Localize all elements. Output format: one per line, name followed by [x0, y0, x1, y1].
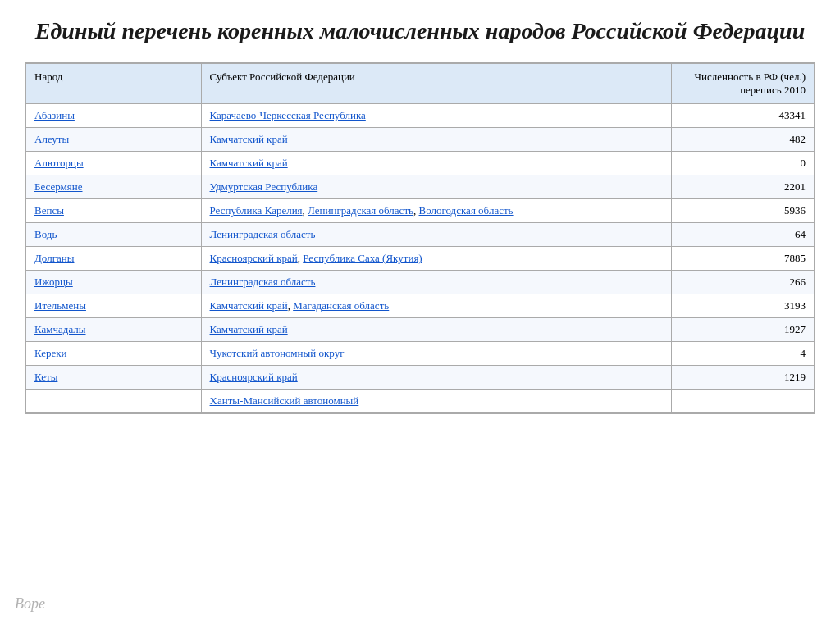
subject-link[interactable]: Камчатский край: [210, 157, 288, 169]
table-row: ИтельменыКамчатский край, Магаданская об…: [26, 294, 815, 318]
cell-chislennost: 7885: [672, 247, 815, 271]
table-row: АбазиныКарачаево-Черкесская Республика43…: [26, 104, 815, 128]
cell-narod: Бесермяне: [26, 175, 202, 199]
subject-link[interactable]: Чукотский автономный округ: [210, 347, 345, 359]
table-wrapper: Народ Субъект Российской Федерации Числе…: [25, 62, 815, 414]
subject-link[interactable]: Красноярский край: [210, 371, 298, 383]
cell-chislennost: 266: [672, 271, 815, 294]
subject-link[interactable]: Ленинградская область: [210, 228, 316, 240]
subject-link[interactable]: Камчатский край: [210, 323, 288, 335]
table-row: АлеутыКамчатский край482: [26, 128, 815, 152]
cell-subject: Камчатский край, Магаданская область: [201, 294, 672, 318]
cell-narod: Абазины: [26, 104, 202, 128]
cell-narod: Вепсы: [26, 199, 202, 223]
cell-chislennost: 0: [672, 152, 815, 175]
narod-link[interactable]: Камчадалы: [34, 323, 86, 335]
header-subject: Субъект Российской Федерации: [201, 64, 672, 104]
subject-link[interactable]: Камчатский край: [210, 133, 288, 145]
narod-link[interactable]: Вепсы: [34, 204, 64, 217]
header-chislennost: Численность в РФ (чел.) перепись 2010: [672, 64, 815, 104]
cell-subject: Красноярский край: [201, 366, 672, 390]
page-container: Единый перечень коренных малочисленных н…: [0, 0, 840, 629]
table-row: Ханты-Мансийский автономный: [26, 390, 815, 413]
table-row: ВепсыРеспублика Карелия, Ленинградская о…: [26, 199, 815, 223]
narod-link[interactable]: Кеты: [34, 371, 57, 383]
subject-link[interactable]: Красноярский край: [210, 252, 298, 264]
cell-chislennost: 5936: [672, 199, 815, 223]
cell-chislennost: 64: [672, 223, 815, 247]
cell-narod: Кеты: [26, 366, 202, 390]
narod-link[interactable]: Водь: [34, 228, 57, 240]
table-row: КамчадалыКамчатский край1927: [26, 318, 815, 342]
cell-chislennost: 482: [672, 128, 815, 152]
cell-subject: Камчатский край: [201, 152, 672, 175]
narod-link[interactable]: Кереки: [34, 347, 67, 359]
cell-subject: Ленинградская область: [201, 223, 672, 247]
header-narod: Народ: [26, 64, 202, 104]
watermark-text: Bope: [15, 595, 45, 613]
narod-link[interactable]: Алеуты: [34, 133, 69, 145]
subject-link[interactable]: Карачаево-Черкесская Республика: [210, 109, 366, 121]
narod-link[interactable]: Алюторцы: [34, 157, 84, 169]
cell-narod: Водь: [26, 223, 202, 247]
cell-narod: Долганы: [26, 247, 202, 271]
narod-link[interactable]: Абазины: [34, 109, 75, 121]
cell-subject: Удмуртская Республика: [201, 175, 672, 199]
narod-link[interactable]: Ижорцы: [34, 276, 73, 288]
cell-subject: Ханты-Мансийский автономный: [201, 390, 672, 413]
cell-subject: Камчатский край: [201, 128, 672, 152]
page-title: Единый перечень коренных малочисленных н…: [25, 16, 815, 46]
main-table: Народ Субъект Российской Федерации Числе…: [25, 63, 815, 413]
cell-narod: Камчадалы: [26, 318, 202, 342]
cell-chislennost: 1219: [672, 366, 815, 390]
cell-chislennost: 1927: [672, 318, 815, 342]
cell-chislennost: 2201: [672, 175, 815, 199]
subject-link[interactable]: Республика Саха (Якутия): [303, 252, 422, 264]
subject-link[interactable]: Камчатский край: [210, 299, 288, 312]
table-row: КетыКрасноярский край1219: [26, 366, 815, 390]
cell-subject: Республика Карелия, Ленинградская област…: [201, 199, 672, 223]
cell-subject: Камчатский край: [201, 318, 672, 342]
table-row: ИжорцыЛенинградская область266: [26, 271, 815, 294]
cell-chislennost: 3193: [672, 294, 815, 318]
table-body: АбазиныКарачаево-Черкесская Республика43…: [26, 104, 815, 413]
subject-link[interactable]: Республика Карелия: [210, 204, 303, 217]
subject-link[interactable]: Ленинградская область: [210, 276, 316, 288]
cell-narod: Ижорцы: [26, 271, 202, 294]
cell-subject: Чукотский автономный округ: [201, 342, 672, 366]
cell-chislennost: 43341: [672, 104, 815, 128]
cell-subject: Красноярский край, Республика Саха (Якут…: [201, 247, 672, 271]
narod-link[interactable]: Долганы: [34, 252, 74, 264]
subject-link[interactable]: Вологодская область: [419, 204, 514, 217]
subject-link[interactable]: Ханты-Мансийский автономный: [210, 394, 359, 407]
table-header-row: Народ Субъект Российской Федерации Числе…: [26, 64, 815, 104]
subject-link[interactable]: Удмуртская Республика: [210, 180, 318, 193]
cell-chislennost: 4: [672, 342, 815, 366]
narod-link[interactable]: Ительмены: [34, 299, 86, 312]
cell-narod: Алюторцы: [26, 152, 202, 175]
cell-narod: [26, 390, 202, 413]
cell-narod: Ительмены: [26, 294, 202, 318]
narod-link[interactable]: Бесермяне: [34, 180, 83, 193]
cell-narod: Кереки: [26, 342, 202, 366]
subject-link[interactable]: Магаданская область: [293, 299, 389, 312]
cell-narod: Алеуты: [26, 128, 202, 152]
cell-subject: Карачаево-Черкесская Республика: [201, 104, 672, 128]
cell-subject: Ленинградская область: [201, 271, 672, 294]
cell-chislennost: [672, 390, 815, 413]
table-row: БесермянеУдмуртская Республика2201: [26, 175, 815, 199]
table-row: ВодьЛенинградская область64: [26, 223, 815, 247]
table-row: КерекиЧукотский автономный округ4: [26, 342, 815, 366]
table-row: АлюторцыКамчатский край0: [26, 152, 815, 175]
subject-link[interactable]: Ленинградская область: [308, 204, 413, 217]
table-row: ДолганыКрасноярский край, Республика Сах…: [26, 247, 815, 271]
